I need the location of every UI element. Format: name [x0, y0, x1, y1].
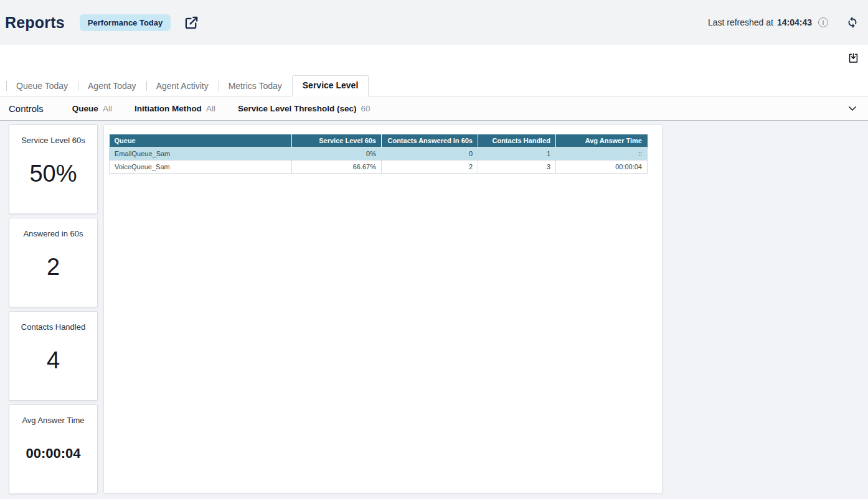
filter-initiation-method-label: Initiation Method [134, 104, 202, 113]
download-icon [847, 52, 859, 64]
filter-initiation-method-value: All [206, 104, 215, 113]
column-header-queue[interactable]: Queue [110, 134, 292, 147]
column-header-contacts-handled[interactable]: Contacts Handled [478, 134, 556, 147]
last-refreshed: Last refreshed at 14:04:43 i [708, 17, 828, 27]
refresh-button[interactable] [846, 16, 859, 29]
kpi-value: 50% [29, 161, 77, 187]
cell-queue[interactable]: EmailQueue_Sam [110, 147, 292, 160]
column-header-avg-answer-time[interactable]: Avg Answer Time [556, 134, 648, 147]
filter-service-level-threshold-label: Service Level Threshold (sec) [238, 104, 357, 113]
tab-service-level[interactable]: Service Level [292, 75, 369, 96]
controls-title: Controls [9, 103, 44, 114]
last-refreshed-label: Last refreshed at [708, 17, 773, 27]
kpi-avg-answer-time: Avg Answer Time 00:00:04 [9, 404, 98, 494]
table-header-row: Queue Service Level 60s Contacts Answere… [110, 134, 648, 147]
kpi-service-level-60s: Service Level 60s 50% [9, 124, 98, 214]
export-row [0, 45, 868, 75]
sheet-tabs: Queue Today Agent Today Agent Activity M… [0, 75, 868, 96]
kpi-value: 00:00:04 [26, 445, 80, 462]
info-icon[interactable]: i [818, 17, 828, 27]
kpi-title: Service Level 60s [21, 136, 85, 145]
column-header-service-level-60s[interactable]: Service Level 60s [292, 134, 382, 147]
cell-avg-answer-time[interactable]: :: [556, 147, 648, 160]
report-badge: Performance Today [80, 14, 171, 31]
cell-avg-answer-time[interactable]: 00:00:04 [556, 160, 648, 173]
cell-contacts-answered[interactable]: 0 [382, 147, 478, 160]
tab-metrics-today[interactable]: Metrics Today [219, 77, 292, 96]
controls-collapse-button[interactable] [847, 103, 858, 114]
service-level-table-panel: Queue Service Level 60s Contacts Answere… [103, 124, 663, 493]
service-level-table: Queue Service Level 60s Contacts Answere… [109, 134, 648, 174]
controls-bar: Controls Queue All Initiation Method All… [0, 96, 868, 121]
open-in-new-icon [184, 16, 199, 30]
kpi-answered-in-60s: Answered in 60s 2 [9, 218, 98, 307]
open-in-new-button[interactable] [184, 16, 199, 30]
tab-agent-activity[interactable]: Agent Activity [146, 77, 219, 96]
page-title: Reports [5, 14, 65, 32]
filter-service-level-threshold-value: 60 [361, 104, 370, 113]
filter-service-level-threshold[interactable]: Service Level Threshold (sec) 60 [238, 104, 370, 113]
kpi-title: Answered in 60s [23, 229, 83, 238]
column-header-contacts-answered-in-60s[interactable]: Contacts Answered in 60s [382, 134, 478, 147]
filter-queue-value: All [103, 104, 112, 113]
cell-contacts-answered[interactable]: 2 [382, 160, 478, 173]
table-row[interactable]: VoiceQueue_Sam 66.67% 2 3 00:00:04 [110, 160, 648, 173]
refresh-icon [846, 16, 859, 29]
export-button[interactable] [847, 52, 859, 64]
tab-agent-today[interactable]: Agent Today [78, 77, 146, 96]
cell-contacts-handled[interactable]: 1 [478, 147, 556, 160]
dashboard-sheet: Service Level 60s 50% Answered in 60s 2 … [0, 121, 868, 499]
filter-queue[interactable]: Queue All [72, 104, 112, 113]
last-refreshed-time: 14:04:43 [777, 17, 812, 27]
table-row[interactable]: EmailQueue_Sam 0% 0 1 :: [110, 147, 648, 160]
kpi-title: Contacts Handled [21, 322, 85, 332]
kpi-value: 4 [47, 347, 60, 374]
cell-service-level[interactable]: 0% [292, 147, 382, 160]
chevron-down-icon [847, 103, 858, 114]
cell-queue[interactable]: VoiceQueue_Sam [110, 160, 292, 173]
filter-initiation-method[interactable]: Initiation Method All [134, 104, 215, 113]
top-header: Reports Performance Today Last refreshed… [0, 0, 868, 45]
kpi-contacts-handled: Contacts Handled 4 [9, 311, 98, 401]
kpi-title: Avg Answer Time [22, 416, 84, 425]
filter-queue-label: Queue [72, 104, 98, 113]
kpi-value: 2 [47, 254, 60, 281]
tab-queue-today[interactable]: Queue Today [6, 77, 78, 96]
dashboard-embed: Queue Today Agent Today Agent Activity M… [0, 45, 868, 499]
cell-service-level[interactable]: 66.67% [292, 160, 382, 173]
cell-contacts-handled[interactable]: 3 [478, 160, 556, 173]
